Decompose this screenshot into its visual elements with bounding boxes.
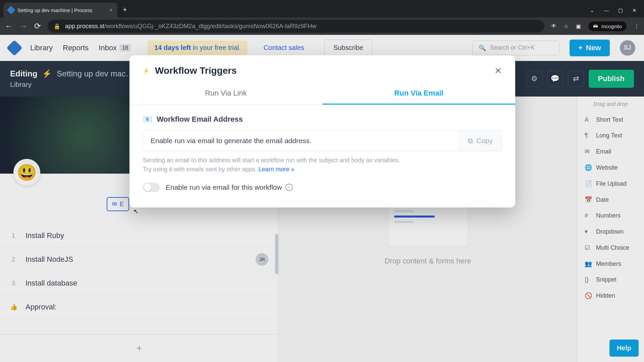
modal-tabs: Run Via Link Run Via Email [129,83,515,105]
incognito-badge: 🕶 Incognito [588,21,627,31]
window-controls: ⌄ — ▢ ✕ [590,7,644,17]
copy-button[interactable]: ⧉ Copy [459,130,502,151]
section-title: 📧 Workflow Email Address [143,115,502,124]
email-address-field: Enable run via email to generate the ema… [143,130,459,151]
mail-icon: 📧 [143,115,152,124]
close-tab-icon[interactable]: × [109,7,113,14]
back-button[interactable]: ← [5,21,13,31]
browser-tab[interactable]: Setting up dev machine | Process × [3,3,117,17]
maximize-icon[interactable]: ▢ [618,7,623,13]
star-icon[interactable]: ☆ [564,23,569,29]
info-icon[interactable]: i [285,184,293,191]
tab-title: Setting up dev machine | Process [17,7,106,13]
copy-icon: ⧉ [468,137,473,145]
help-text: Sending an email to this address will st… [143,156,502,174]
enable-email-toggle[interactable] [143,183,160,192]
browser-tab-strip: Setting up dev machine | Process × + ⌄ —… [0,0,644,17]
chevron-down-icon[interactable]: ⌄ [590,7,594,13]
extensions-icon[interactable]: ▣ [576,23,581,29]
workflow-triggers-modal: ⚡ Workflow Triggers ✕ Run Via Link Run V… [129,55,515,207]
address-bar[interactable]: 🔒 app.process.st/workflows/uQGGj-_oKZ43z… [48,20,544,33]
modal-title: Workflow Triggers [155,65,489,76]
forward-button[interactable]: → [19,21,28,31]
tab-run-via-email[interactable]: Run Via Email [322,83,515,105]
minimize-icon[interactable]: — [604,7,609,13]
learn-more-link[interactable]: Learn more » [258,166,294,173]
favicon [7,6,15,14]
kebab-menu-icon[interactable]: ⋮ [634,23,639,29]
incognito-icon: 🕶 [593,23,598,29]
tab-run-via-link[interactable]: Run Via Link [129,83,322,105]
modal-close-button[interactable]: ✕ [494,66,502,76]
bolt-icon: ⚡ [143,68,150,74]
close-window-icon[interactable]: ✕ [632,7,637,13]
toggle-label: Enable run via email for this workflow i [166,183,293,191]
url-text: app.process.st/workflows/uQGGj-_oKZ43zDM… [65,23,316,30]
new-tab-button[interactable]: + [117,5,132,14]
eye-off-icon[interactable]: 👁 [551,23,556,29]
cursor-icon: ↖ [133,208,139,215]
url-bar: ← → ⟳ 🔒 app.process.st/workflows/uQGGj-_… [0,17,644,35]
lock-icon: 🔒 [54,23,60,29]
reload-button[interactable]: ⟳ [34,21,41,31]
